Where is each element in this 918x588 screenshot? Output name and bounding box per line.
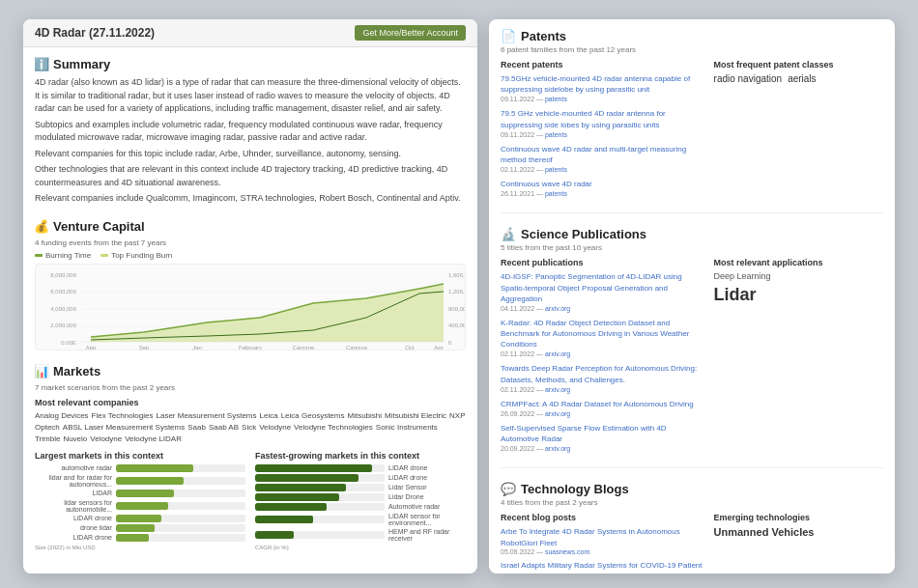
bar-fill xyxy=(255,531,294,539)
svg-text:Apr: Apr xyxy=(434,345,443,350)
venture-capital-section: 💰 Venture Capital 4 funding events from … xyxy=(35,219,466,350)
science-icon: 🔬 xyxy=(501,227,516,241)
largest-bar-row: LiDAR drone xyxy=(35,515,245,522)
pub-source[interactable]: arxiv.org xyxy=(545,305,570,312)
market-company-tag: Velodyne Technologies xyxy=(294,423,373,432)
science-section: 🔬 Science Publications 5 titles from the… xyxy=(501,227,883,468)
fastest-x-axis: CAGR (in %) xyxy=(255,545,466,550)
market-company-tag: NXP xyxy=(449,411,465,420)
svg-text:8,000,000: 8,000,000 xyxy=(50,272,76,278)
fastest-bar-row: LiDAR drone xyxy=(255,474,466,482)
bar-track xyxy=(255,464,385,472)
bar-label: HEMP and RF radar receiver xyxy=(388,528,466,542)
bar-fill xyxy=(116,464,193,472)
patent-title[interactable]: Continuous wave 4D radar and multi-targe… xyxy=(501,144,704,165)
bar-fill xyxy=(116,490,174,497)
bar-label: drone lidar xyxy=(35,524,112,531)
largest-markets-title: Largest markets in this context xyxy=(35,451,245,461)
vc-chart-area: 0.00E 2,000,000 4,000,000 6,000,000 8,00… xyxy=(35,264,466,350)
patent-date: 09.11.2022 — patents xyxy=(501,131,704,138)
svg-text:Sep: Sep xyxy=(139,345,150,350)
pub-title[interactable]: K-Radar: 4D Radar Object Detection Datas… xyxy=(501,318,704,350)
summary-paragraph: Other technologies that are relevant in … xyxy=(35,163,466,189)
svg-text:800,000: 800,000 xyxy=(448,306,465,312)
patents-section: 📄 Patents 6 patent families from the pas… xyxy=(501,29,883,213)
bar-fill xyxy=(116,534,149,542)
patent-title[interactable]: 79.5 GHz vehicle-mounted 4D radar antenn… xyxy=(501,108,704,129)
right-content: 📄 Patents 6 patent families from the pas… xyxy=(489,19,895,570)
science-left-col: Recent publications 4D-IGSF: Panoptic Se… xyxy=(501,258,704,458)
pub-source[interactable]: arxiv.org xyxy=(545,386,570,393)
pub-source[interactable]: arxiv.org xyxy=(545,350,570,357)
svg-text:400,000: 400,000 xyxy=(448,322,465,328)
bar-label: LiDAR drone xyxy=(35,515,112,521)
bar-track xyxy=(255,516,385,523)
patent-class-tag: radio navigation xyxy=(714,73,783,84)
get-account-button[interactable]: Get More/Better Account xyxy=(355,25,466,41)
bar-label: LiDAR drone xyxy=(388,474,466,481)
patents-two-col: Recent patents 79.5GHz vehicle-mounted 4… xyxy=(501,60,883,203)
svg-text:App: App xyxy=(86,345,97,350)
summary-title: ℹ️ Summary xyxy=(35,57,466,71)
pub-date: 20.09.2022 — arxiv.org xyxy=(501,445,704,452)
largest-bar-row: lidar sensors for autonomobile... xyxy=(35,499,245,513)
science-right-col: Most relevant applications Deep Learning… xyxy=(714,258,883,458)
blogs-icon: 💬 xyxy=(501,482,516,496)
pub-title[interactable]: 4D-IGSF: Panoptic Segmentation of 4D-LID… xyxy=(501,271,704,304)
summary-paragraphs: 4D radar (also known as 4D lidar) is a t… xyxy=(35,76,466,206)
bar-fill xyxy=(255,484,346,491)
page-wrapper: 4D Radar (27.11.2022) Get More/Better Ac… xyxy=(0,0,918,588)
tech-blogs-title: 💬 Technology Blogs xyxy=(501,482,883,496)
fastest-bar-row: Lidar Drone xyxy=(255,493,466,501)
pub-date: 26.09.2022 — arxiv.org xyxy=(501,410,704,417)
summary-icon: ℹ️ xyxy=(35,58,48,71)
bar-track xyxy=(255,493,385,501)
blog-title[interactable]: Arbe To Integrate 4D Radar Systems in Au… xyxy=(501,526,704,547)
left-panel: 4D Radar (27.11.2022) Get More/Better Ac… xyxy=(23,19,477,574)
blogs-meta: 4 titles from the past 2 years xyxy=(501,498,883,507)
market-company-tag: Laser Measurement Systems xyxy=(156,411,256,420)
science-meta: 5 titles from the past 10 years xyxy=(501,243,883,252)
tech-blogs-section: 💬 Technology Blogs 4 titles from the pas… xyxy=(501,482,883,570)
bar-track xyxy=(116,534,245,542)
pub-source[interactable]: arxiv.org xyxy=(545,410,570,417)
left-content: ℹ️ Summary 4D radar (also known as 4D li… xyxy=(23,47,477,574)
pub-item: Towards Deep Radar Perception for Autono… xyxy=(501,363,704,392)
patent-link[interactable]: patents xyxy=(545,190,567,197)
fastest-bar-row: LIDAR drone xyxy=(255,464,466,472)
pub-title[interactable]: CRMPFact: A 4D Radar Dataset for Autonom… xyxy=(501,399,704,409)
blog-item: Arbe To Integrate 4D Radar Systems in Au… xyxy=(501,526,704,554)
svg-text:February: February xyxy=(239,345,262,350)
blog-items: Arbe To Integrate 4D Radar Systems in Au… xyxy=(501,526,704,570)
blog-source[interactable]: suasnews.com xyxy=(545,548,589,555)
largest-bar-row: automotive radar xyxy=(35,464,245,472)
bar-fill xyxy=(116,524,155,532)
market-company-tag: Nuvelo xyxy=(63,434,87,443)
bar-label: Lidar Sensor xyxy=(388,484,466,490)
market-company-tag: Mitsubishi Electric xyxy=(385,411,446,420)
blogs-right-col: Emerging technologies Unmanned Vehicles xyxy=(714,513,883,570)
x-label-right: CAGR (in %) xyxy=(255,545,289,550)
patent-link[interactable]: patents xyxy=(545,131,567,138)
market-company-tag: Leica Geosystems xyxy=(281,411,345,420)
summary-paragraph: Subtopics and examples include volumetri… xyxy=(35,119,466,145)
bar-fill xyxy=(255,464,372,472)
svg-text:1,600,000: 1,600,000 xyxy=(448,272,465,278)
patent-title[interactable]: Continuous wave 4D radar xyxy=(501,179,704,189)
market-company-tag: Flex Technologies xyxy=(92,411,154,420)
market-company-tag: Mitsubishi xyxy=(347,411,382,420)
bar-fill xyxy=(255,493,339,501)
largest-x-axis: Size (2022) in Mio USD xyxy=(35,545,245,550)
pub-source[interactable]: arxiv.org xyxy=(545,445,570,452)
right-panel: 📄 Patents 6 patent families from the pas… xyxy=(489,19,895,574)
patent-title[interactable]: 79.5GHz vehicle-mounted 4D radar antenna… xyxy=(501,73,704,95)
patent-link[interactable]: patents xyxy=(545,96,567,102)
patent-link[interactable]: patents xyxy=(545,166,567,173)
pub-title[interactable]: Self-Supervised Sparse Flow Estimation w… xyxy=(501,423,704,444)
blog-title[interactable]: Israel Adapts Military Radar Systems for… xyxy=(501,560,704,570)
bar-fill xyxy=(255,503,327,511)
pub-title[interactable]: Towards Deep Radar Perception for Autono… xyxy=(501,363,704,384)
markets-icon: 📊 xyxy=(35,364,48,378)
science-title: 🔬 Science Publications xyxy=(501,227,883,241)
svg-text:Carmine: Carmine xyxy=(293,345,315,350)
